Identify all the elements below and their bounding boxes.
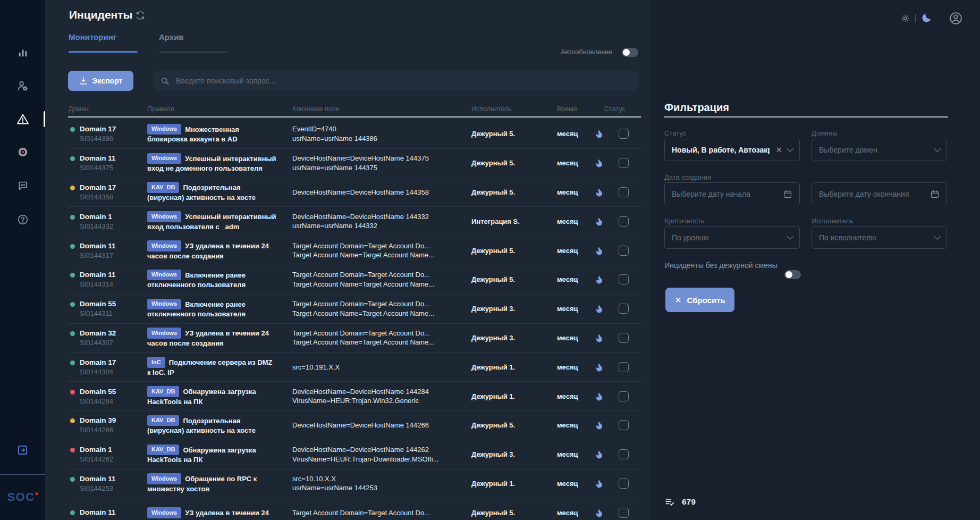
domain-cell: Domain 11 SI0144317 — [68, 241, 147, 260]
sidebar-item-dashboard[interactable] — [0, 47, 45, 58]
time: месяц — [557, 130, 594, 138]
key-field-line: DeviceHostName=DeviceHostName 144266 — [292, 421, 461, 430]
row-checkbox[interactable] — [619, 391, 629, 401]
sidebar-item-monitoring[interactable] — [0, 146, 45, 158]
severity-dot — [70, 390, 75, 395]
severity-dot — [70, 273, 75, 278]
flame-icon — [594, 333, 604, 343]
search-input[interactable] — [175, 76, 631, 86]
table-row[interactable]: Domain 11 SI0144314 WindowsВключение ран… — [68, 265, 641, 295]
status-cell — [594, 420, 641, 430]
row-checkbox[interactable] — [619, 246, 629, 256]
row-checkbox[interactable] — [619, 420, 629, 430]
row-checkbox[interactable] — [619, 479, 629, 489]
col-header-time[interactable]: Время — [557, 105, 577, 113]
key-field-line: VirusName=HEUR:Trojan.Win32.Generic — [292, 396, 461, 406]
row-checkbox[interactable] — [619, 304, 629, 314]
tab-archive[interactable]: Архив — [159, 32, 184, 41]
col-header-status[interactable]: Статус — [604, 105, 626, 113]
rule-cell: WindowsВключение ранее отключенного поль… — [147, 299, 292, 319]
row-checkbox[interactable] — [619, 449, 629, 459]
source-badge: Windows — [147, 473, 181, 484]
rule-cell: KAV_DBПодозрительная (вирусная) активнос… — [147, 182, 292, 202]
date-end-input[interactable]: Выберите дату окончания — [812, 182, 947, 205]
sidebar-item-logout[interactable] — [0, 444, 45, 456]
table-row[interactable]: Domain 32 SI0144307 WindowsУЗ удалена в … — [68, 324, 641, 353]
light-theme-button[interactable] — [900, 13, 910, 23]
status-filter-select[interactable]: Новый, В работе, Автозакр... ✕ — [664, 139, 800, 161]
incident-id: SI0144375 — [80, 163, 116, 172]
refresh-button[interactable] — [136, 11, 145, 20]
row-checkbox[interactable] — [619, 129, 629, 139]
table-row[interactable]: Domain 17 SI0144386 WindowsМножественная… — [68, 120, 641, 149]
domain-cell: Domain 1 SI0144332 — [68, 212, 147, 231]
col-header-rule[interactable]: Правило — [147, 105, 174, 113]
chat-icon — [17, 180, 29, 191]
domain-cell: Domain 39 SI0144266 — [68, 416, 147, 434]
table-row[interactable]: Domain 39 SI0144266 KAV_DBПодозрительная… — [68, 411, 641, 440]
reset-filters-button[interactable]: ✕ Сбросить — [665, 288, 734, 312]
table-row[interactable]: Domain 55 SI0144311 WindowsВключение ран… — [68, 295, 641, 324]
date-start-input[interactable]: Выберите дату начала — [664, 182, 800, 205]
search-icon — [160, 77, 170, 86]
download-icon — [79, 77, 88, 85]
key-field-cell: src=10.191.X.X — [292, 363, 471, 372]
autorefresh-label: Автообновление — [520, 48, 612, 56]
severity-dot — [70, 477, 75, 482]
assignee: Дежурный 5. — [471, 509, 557, 517]
flame-icon — [594, 362, 604, 372]
sidebar-item-messages[interactable] — [0, 180, 45, 191]
row-checkbox[interactable] — [619, 333, 629, 343]
table-row[interactable]: Domain 1 SI0144262 KAV_DBОбнаружена загр… — [68, 440, 641, 469]
no-shift-toggle-label: Инциденты без дежурной смены — [664, 261, 778, 270]
status-cell — [594, 246, 641, 256]
table-row[interactable]: Domain 55 SI0144284 KAV_DBОбнаружена заг… — [68, 382, 641, 411]
key-field-line: Target Account Name=Target Account Name.… — [292, 250, 461, 260]
autorefresh-toggle[interactable] — [622, 48, 638, 57]
row-checkbox[interactable] — [619, 216, 629, 227]
table-row[interactable]: Domain 11 WindowsУЗ удалена в течении 24… — [68, 498, 641, 520]
row-checkbox[interactable] — [619, 187, 629, 197]
sidebar-item-incidents[interactable] — [0, 113, 45, 125]
table-row[interactable]: Domain 17 SI0144358 KAV_DBПодозрительная… — [68, 178, 641, 207]
row-checkbox[interactable] — [619, 508, 629, 518]
table-row[interactable]: Domain 11 SI0144317 WindowsУЗ удалена в … — [68, 236, 641, 265]
status-cell — [594, 508, 641, 518]
tab-monitoring[interactable]: Мониторинг — [69, 32, 116, 41]
domain-cell: Domain 55 SI0144311 — [68, 299, 147, 318]
row-checkbox[interactable] — [619, 274, 629, 284]
key-field-cell: DeviceHostName=DeviceHostName 144375usrN… — [292, 154, 471, 172]
key-field-cell: Target Account Domain=Target Account Do.… — [292, 508, 471, 518]
col-header-assignee[interactable]: Исполнитель — [471, 105, 512, 113]
profile-button[interactable] — [949, 11, 963, 26]
col-header-keyfield[interactable]: Ключевое поле — [292, 105, 340, 113]
table-row[interactable]: Domain 17 SI0144304 IoCПодключение серве… — [68, 353, 641, 382]
domains-filter-select[interactable]: Выберите домен — [812, 139, 947, 161]
row-checkbox[interactable] — [619, 158, 629, 168]
table-row[interactable]: Domain 11 SI0144253 WindowsОбращение по … — [68, 469, 641, 499]
status-cell — [594, 187, 641, 197]
assignee: Дежурный 1. — [471, 480, 557, 488]
row-checkbox[interactable] — [619, 362, 629, 372]
sidebar-item-help[interactable] — [0, 214, 45, 225]
assignee: Дежурный 1. — [471, 363, 557, 371]
source-badge: KAV_DB — [147, 386, 179, 397]
assignee-filter-select[interactable]: По исполнителю — [812, 226, 947, 249]
chevron-down-icon — [934, 145, 941, 152]
table-row[interactable]: Domain 1 SI0144332 WindowsУспешный интер… — [68, 207, 641, 236]
flame-icon — [594, 216, 604, 227]
criticality-filter-label: Критичность — [664, 217, 705, 225]
criticality-filter-select[interactable]: По уровню — [664, 226, 800, 249]
clear-icon[interactable]: ✕ — [775, 145, 782, 155]
tab-monitoring-underline — [69, 51, 138, 53]
flame-icon — [594, 129, 604, 139]
no-shift-toggle[interactable] — [784, 270, 801, 279]
domain-name: Domain 1 — [80, 445, 113, 455]
table-row[interactable]: Domain 11 SI0144375 WindowsУспешный инте… — [68, 149, 641, 178]
sidebar-item-users[interactable] — [0, 80, 45, 92]
dark-theme-button[interactable] — [921, 12, 932, 23]
incident-id: SI0144317 — [80, 251, 116, 260]
col-header-domain[interactable]: Домен — [69, 105, 89, 113]
export-button[interactable]: Экспорт — [68, 71, 133, 91]
time: месяц — [557, 275, 594, 283]
